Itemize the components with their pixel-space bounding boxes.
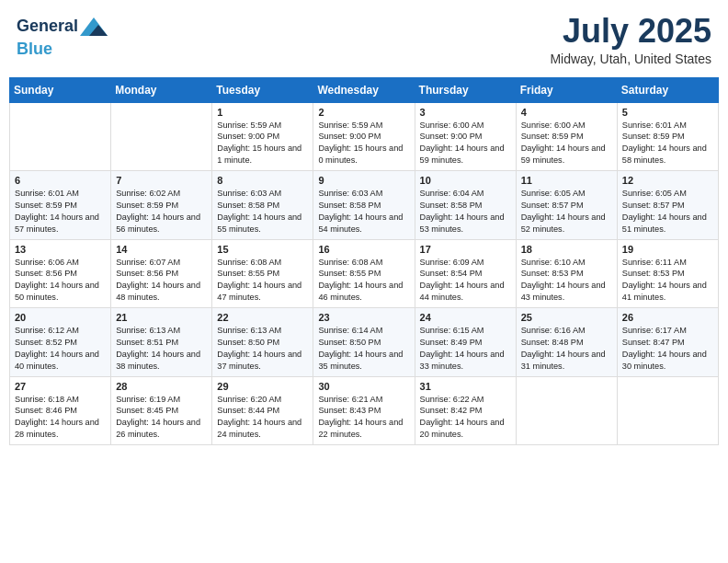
day-number: 19 [622,244,713,255]
day-number: 13 [15,244,106,255]
day-info: Sunrise: 6:02 AMSunset: 8:59 PMDaylight:… [116,188,207,236]
calendar-week-1: 1Sunrise: 5:59 AMSunset: 9:00 PMDaylight… [10,102,719,171]
day-number: 18 [521,244,612,255]
weekday-header-wednesday: Wednesday [313,77,415,102]
calendar-cell: 11Sunrise: 6:05 AMSunset: 8:57 PMDayligh… [516,171,617,240]
calendar-cell: 10Sunrise: 6:04 AMSunset: 8:58 PMDayligh… [415,171,516,240]
day-info: Sunrise: 6:12 AMSunset: 8:52 PMDaylight:… [15,325,106,373]
day-info: Sunrise: 6:08 AMSunset: 8:55 PMDaylight:… [318,257,409,304]
calendar-cell: 25Sunrise: 6:16 AMSunset: 8:48 PMDayligh… [516,308,617,377]
calendar-cell [111,102,212,171]
day-number: 20 [15,312,106,323]
calendar-week-2: 6Sunrise: 6:01 AMSunset: 8:59 PMDaylight… [10,171,719,240]
calendar-week-3: 13Sunrise: 6:06 AMSunset: 8:56 PMDayligh… [10,239,719,308]
day-number: 14 [116,244,207,255]
month-title: July 2025 [550,13,711,50]
day-number: 11 [521,175,612,186]
logo-icon [80,13,108,40]
calendar-cell [516,376,617,445]
day-info: Sunrise: 6:01 AMSunset: 8:59 PMDaylight:… [15,188,106,236]
calendar-cell: 20Sunrise: 6:12 AMSunset: 8:52 PMDayligh… [10,308,111,377]
day-info: Sunrise: 6:05 AMSunset: 8:57 PMDaylight:… [622,188,713,236]
day-number: 1 [217,107,308,118]
day-info: Sunrise: 6:15 AMSunset: 8:49 PMDaylight:… [420,325,511,373]
day-info: Sunrise: 6:00 AMSunset: 8:59 PMDaylight:… [521,120,612,167]
day-info: Sunrise: 6:11 AMSunset: 8:53 PMDaylight:… [622,257,713,304]
calendar-cell [10,102,111,171]
calendar-cell: 30Sunrise: 6:21 AMSunset: 8:43 PMDayligh… [313,376,415,445]
day-number: 22 [217,312,308,323]
day-number: 26 [622,312,713,323]
day-number: 27 [15,381,106,392]
calendar-cell [617,376,718,445]
day-info: Sunrise: 6:08 AMSunset: 8:55 PMDaylight:… [217,257,308,304]
day-info: Sunrise: 6:14 AMSunset: 8:50 PMDaylight:… [318,325,409,373]
calendar-cell: 9Sunrise: 6:03 AMSunset: 8:58 PMDaylight… [313,171,415,240]
weekday-header-friday: Friday [516,77,617,102]
day-number: 8 [217,175,308,186]
day-info: Sunrise: 5:59 AMSunset: 9:00 PMDaylight:… [318,120,409,167]
day-number: 9 [318,175,409,186]
calendar-cell: 21Sunrise: 6:13 AMSunset: 8:51 PMDayligh… [111,308,212,377]
day-info: Sunrise: 6:21 AMSunset: 8:43 PMDaylight:… [318,394,409,442]
day-number: 17 [420,244,511,255]
weekday-header-monday: Monday [111,77,212,102]
calendar-cell: 6Sunrise: 6:01 AMSunset: 8:59 PMDaylight… [10,171,111,240]
calendar-cell: 5Sunrise: 6:01 AMSunset: 8:59 PMDaylight… [617,102,718,171]
calendar-cell: 3Sunrise: 6:00 AMSunset: 9:00 PMDaylight… [415,102,516,171]
day-info: Sunrise: 6:00 AMSunset: 9:00 PMDaylight:… [420,120,511,167]
day-number: 12 [622,175,713,186]
day-info: Sunrise: 6:09 AMSunset: 8:54 PMDaylight:… [420,257,511,304]
day-info: Sunrise: 6:07 AMSunset: 8:56 PMDaylight:… [116,257,207,304]
day-number: 15 [217,244,308,255]
logo-blue: Blue [17,40,52,58]
day-info: Sunrise: 6:18 AMSunset: 8:46 PMDaylight:… [15,394,106,442]
calendar-cell: 17Sunrise: 6:09 AMSunset: 8:54 PMDayligh… [415,239,516,308]
calendar-cell: 18Sunrise: 6:10 AMSunset: 8:53 PMDayligh… [516,239,617,308]
calendar-cell: 26Sunrise: 6:17 AMSunset: 8:47 PMDayligh… [617,308,718,377]
day-number: 21 [116,312,207,323]
calendar-cell: 4Sunrise: 6:00 AMSunset: 8:59 PMDaylight… [516,102,617,171]
calendar-cell: 14Sunrise: 6:07 AMSunset: 8:56 PMDayligh… [111,239,212,308]
calendar-cell: 16Sunrise: 6:08 AMSunset: 8:55 PMDayligh… [313,239,415,308]
day-info: Sunrise: 6:13 AMSunset: 8:51 PMDaylight:… [116,325,207,373]
day-number: 29 [217,381,308,392]
location: Midway, Utah, United States [550,52,711,66]
day-info: Sunrise: 6:17 AMSunset: 8:47 PMDaylight:… [622,325,713,373]
day-number: 24 [420,312,511,323]
weekday-header-sunday: Sunday [10,77,111,102]
day-number: 5 [622,107,713,118]
title-block: July 2025 Midway, Utah, United States [550,13,711,66]
weekday-header-tuesday: Tuesday [212,77,313,102]
calendar-cell: 15Sunrise: 6:08 AMSunset: 8:55 PMDayligh… [212,239,313,308]
calendar-cell: 8Sunrise: 6:03 AMSunset: 8:58 PMDaylight… [212,171,313,240]
day-number: 30 [318,381,409,392]
weekday-header-row: SundayMondayTuesdayWednesdayThursdayFrid… [10,77,719,102]
day-number: 2 [318,107,409,118]
calendar-cell: 1Sunrise: 5:59 AMSunset: 9:00 PMDaylight… [212,102,313,171]
calendar-cell: 28Sunrise: 6:19 AMSunset: 8:45 PMDayligh… [111,376,212,445]
day-info: Sunrise: 6:10 AMSunset: 8:53 PMDaylight:… [521,257,612,304]
day-info: Sunrise: 6:03 AMSunset: 8:58 PMDaylight:… [217,188,308,236]
day-number: 3 [420,107,511,118]
day-number: 16 [318,244,409,255]
day-number: 4 [521,107,612,118]
logo: GeneralBlue [17,13,108,59]
day-number: 10 [420,175,511,186]
calendar-cell: 24Sunrise: 6:15 AMSunset: 8:49 PMDayligh… [415,308,516,377]
day-info: Sunrise: 6:22 AMSunset: 8:42 PMDaylight:… [420,394,511,442]
calendar-cell: 23Sunrise: 6:14 AMSunset: 8:50 PMDayligh… [313,308,415,377]
calendar-cell: 7Sunrise: 6:02 AMSunset: 8:59 PMDaylight… [111,171,212,240]
day-info: Sunrise: 6:05 AMSunset: 8:57 PMDaylight:… [521,188,612,236]
day-number: 7 [116,175,207,186]
day-info: Sunrise: 6:04 AMSunset: 8:58 PMDaylight:… [420,188,511,236]
day-info: Sunrise: 6:19 AMSunset: 8:45 PMDaylight:… [116,394,207,442]
weekday-header-saturday: Saturday [617,77,718,102]
calendar-table: SundayMondayTuesdayWednesdayThursdayFrid… [9,77,719,446]
calendar-cell: 31Sunrise: 6:22 AMSunset: 8:42 PMDayligh… [415,376,516,445]
weekday-header-thursday: Thursday [415,77,516,102]
day-info: Sunrise: 6:06 AMSunset: 8:56 PMDaylight:… [15,257,106,304]
calendar-cell: 12Sunrise: 6:05 AMSunset: 8:57 PMDayligh… [617,171,718,240]
calendar-week-5: 27Sunrise: 6:18 AMSunset: 8:46 PMDayligh… [10,376,719,445]
logo-text: GeneralBlue [17,13,108,59]
